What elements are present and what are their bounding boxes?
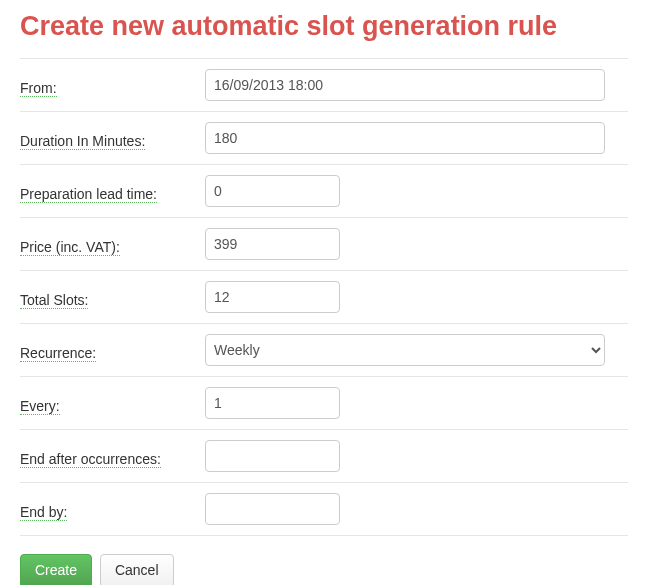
row-duration: Duration In Minutes: [20, 112, 628, 165]
label-total: Total Slots: [20, 292, 88, 309]
row-price: Price (inc. VAT): [20, 218, 628, 271]
row-recurrence: Recurrence: Weekly [20, 324, 628, 377]
row-endocc: End after occurrences: [20, 430, 628, 483]
row-endby: End by: [20, 483, 628, 536]
input-from[interactable] [205, 69, 605, 101]
page-title: Create new automatic slot generation rul… [20, 10, 628, 42]
input-endocc[interactable] [205, 440, 340, 472]
label-duration: Duration In Minutes: [20, 133, 145, 150]
row-total: Total Slots: [20, 271, 628, 324]
input-duration[interactable] [205, 122, 605, 154]
label-endby: End by: [20, 504, 67, 521]
row-every: Every: [20, 377, 628, 430]
label-prep: Preparation lead time: [20, 186, 157, 203]
row-prep: Preparation lead time: [20, 165, 628, 218]
create-button[interactable]: Create [20, 554, 92, 585]
label-endocc: End after occurrences: [20, 451, 161, 468]
input-total[interactable] [205, 281, 340, 313]
label-recurrence: Recurrence: [20, 345, 96, 362]
input-endby[interactable] [205, 493, 340, 525]
select-recurrence[interactable]: Weekly [205, 334, 605, 366]
label-every: Every: [20, 398, 60, 415]
row-from: From: [20, 58, 628, 112]
input-prep[interactable] [205, 175, 340, 207]
actions: Create Cancel [20, 554, 628, 585]
input-every[interactable] [205, 387, 340, 419]
label-from: From: [20, 80, 57, 97]
input-price[interactable] [205, 228, 340, 260]
cancel-button[interactable]: Cancel [100, 554, 174, 585]
label-price: Price (inc. VAT): [20, 239, 120, 256]
